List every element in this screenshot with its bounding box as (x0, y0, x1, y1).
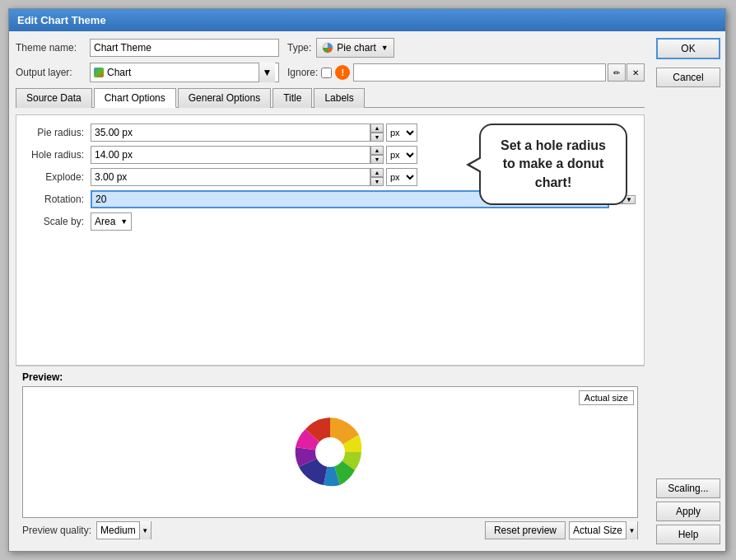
preview-label: Preview: (22, 371, 638, 383)
actual-size-select-value: Actual Size (570, 525, 626, 536)
tab-source-data[interactable]: Source Data (16, 88, 92, 108)
tab-labels[interactable]: Labels (314, 88, 364, 108)
explode-spinner: ▲ ▼ (370, 168, 384, 186)
type-dropdown-arrow: ▼ (381, 44, 389, 52)
output-layer-dropdown[interactable]: ▼ (259, 63, 275, 82)
theme-name-input[interactable] (90, 39, 279, 57)
quality-select-container: Medium ▼ (96, 521, 151, 539)
explode-spin-down[interactable]: ▼ (370, 177, 384, 186)
hole-radius-spinner: ▲ ▼ (370, 146, 384, 164)
pie-radius-label: Pie radius: (25, 127, 91, 138)
tab-title-label: Title (283, 92, 301, 104)
ignore-label: Ignore: (287, 67, 318, 78)
output-layer-row: Output layer: Chart ▼ Ignore: ! ✏ ✕ (16, 63, 645, 82)
explode-spin-up[interactable]: ▲ (370, 168, 384, 177)
quality-value: Medium (97, 525, 139, 536)
output-layer-value: Chart (107, 67, 131, 78)
explode-unit[interactable]: px % (386, 168, 417, 186)
tab-content-area: Pie radius: ▲ ▼ px % (16, 114, 645, 366)
help-button[interactable]: Help (656, 525, 720, 544)
output-layer-icon (94, 68, 104, 77)
scale-by-label: Scale by: (25, 216, 91, 227)
actual-size-button[interactable]: Actual size (579, 390, 634, 405)
svg-point-1 (315, 437, 345, 467)
preview-bottom: Preview quality: Medium ▼ Reset preview … (22, 521, 638, 539)
main-content: Theme name: Type: Pie chart ▼ Output lay… (9, 31, 651, 551)
reset-preview-button[interactable]: Reset preview (485, 521, 566, 539)
explode-input[interactable] (91, 168, 370, 186)
ignore-clear-button[interactable]: ✕ (627, 63, 645, 82)
cancel-button[interactable]: Cancel (656, 68, 720, 87)
type-select-button[interactable]: Pie chart ▼ (316, 38, 394, 58)
pie-radius-spin-up[interactable]: ▲ (370, 124, 384, 133)
quality-dropdown[interactable]: ▼ (139, 521, 151, 539)
pie-radius-spinner: ▲ ▼ (370, 124, 384, 142)
hole-radius-label: Hole radius: (25, 149, 91, 161)
type-value: Pie chart (337, 42, 375, 54)
scaling-button[interactable]: Scaling... (656, 478, 720, 498)
output-layer-select[interactable]: Chart ▼ (90, 63, 279, 82)
right-panel: OK Cancel Scaling... Apply Help (651, 31, 725, 551)
tab-general-options[interactable]: General Options (178, 88, 271, 108)
dialog-body: Theme name: Type: Pie chart ▼ Output lay… (9, 31, 725, 551)
tab-labels-label: Labels (324, 92, 353, 104)
actual-size-select-container: Actual Size ▼ (569, 521, 638, 539)
dialog-title: Edit Chart Theme (17, 14, 106, 26)
tab-source-data-label: Source Data (26, 92, 82, 104)
scale-by-arrow: ▼ (120, 217, 128, 226)
explode-label: Explode: (25, 171, 91, 183)
hole-radius-spin-up[interactable]: ▲ (370, 146, 384, 155)
pie-radius-spin-down[interactable]: ▼ (370, 133, 384, 142)
scale-by-select[interactable]: Area ▼ (91, 212, 132, 231)
preview-box: Actual size (22, 386, 638, 518)
ignore-input[interactable] (353, 63, 606, 82)
scale-by-row: Scale by: Area ▼ (25, 212, 636, 231)
tab-chart-options[interactable]: Chart Options (94, 88, 176, 108)
hole-radius-input[interactable] (91, 146, 370, 164)
title-bar: Edit Chart Theme (9, 9, 725, 31)
theme-name-label: Theme name: (16, 42, 90, 54)
tab-general-options-label: General Options (189, 92, 260, 104)
ignore-checkbox[interactable] (321, 68, 332, 78)
tooltip-text: Set a hole radius to make a donut chart! (501, 138, 606, 189)
donut-chart-preview (289, 411, 371, 493)
rotation-label: Rotation: (25, 194, 91, 205)
pie-radius-unit[interactable]: px % (386, 124, 417, 142)
theme-name-row: Theme name: Type: Pie chart ▼ (16, 38, 645, 58)
tab-title[interactable]: Title (273, 88, 312, 108)
spacer (656, 91, 720, 475)
hole-radius-spin-down[interactable]: ▼ (370, 155, 384, 164)
edit-chart-theme-dialog: Edit Chart Theme Theme name: Type: Pie c… (8, 8, 726, 552)
scale-by-value: Area (95, 216, 115, 227)
tooltip-bubble: Set a hole radius to make a donut chart! (479, 124, 627, 205)
pie-radius-input[interactable] (91, 124, 370, 142)
preview-section: Preview: Actual size (16, 366, 645, 544)
tabs-row: Source Data Chart Options General Option… (16, 87, 645, 108)
apply-button[interactable]: Apply (656, 502, 720, 521)
pie-chart-icon (322, 42, 333, 54)
preview-quality-label: Preview quality: (22, 525, 91, 536)
ok-button[interactable]: OK (656, 38, 720, 59)
warning-icon: ! (335, 65, 350, 80)
actual-size-dropdown[interactable]: ▼ (626, 521, 637, 539)
hole-radius-unit[interactable]: px % (386, 146, 417, 164)
type-label: Type: (287, 42, 311, 54)
ignore-edit-button[interactable]: ✏ (608, 63, 626, 82)
tab-chart-options-label: Chart Options (105, 92, 165, 104)
output-layer-label: Output layer: (16, 67, 90, 78)
